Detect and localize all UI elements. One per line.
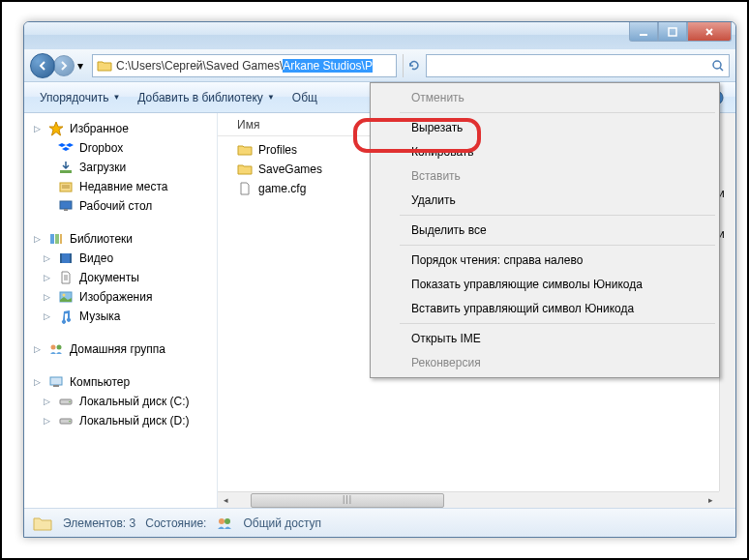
ctx-delete[interactable]: Удалить [400, 189, 717, 212]
organize-button[interactable]: Упорядочить ▼ [32, 87, 128, 108]
svg-rect-16 [70, 253, 72, 263]
sidebar-item-pictures[interactable]: ▷Изображения [24, 287, 217, 307]
music-icon [58, 309, 74, 324]
documents-icon [58, 270, 74, 285]
svg-rect-11 [50, 234, 54, 244]
drive-icon [58, 394, 74, 409]
search-box[interactable] [426, 54, 731, 77]
forward-button[interactable] [53, 55, 75, 76]
svg-rect-9 [60, 201, 72, 209]
svg-point-27 [219, 518, 225, 524]
drive-icon [58, 413, 74, 428]
folder-icon [97, 58, 112, 74]
state-label: Состояние: [145, 516, 206, 530]
star-icon [48, 121, 64, 136]
scroll-right-button[interactable]: ▸ [703, 492, 719, 509]
ctx-insert-unicode[interactable]: Вставить управляющий символ Юникода [400, 297, 717, 320]
sidebar-item-music[interactable]: ▷Музыка [24, 307, 217, 326]
desktop-icon [58, 198, 74, 214]
folder-icon [237, 162, 253, 177]
homegroup-header[interactable]: ▷ Домашняя группа [24, 339, 217, 359]
dropbox-icon [58, 140, 74, 156]
sidebar-item-drive-d[interactable]: ▷Локальный диск (D:) [24, 411, 217, 430]
svg-rect-7 [60, 170, 72, 173]
sidebar-item-desktop[interactable]: Рабочий стол [24, 196, 217, 216]
back-button[interactable] [30, 53, 55, 78]
homegroup-icon [48, 341, 64, 357]
svg-rect-21 [50, 377, 62, 385]
nav-history-dropdown[interactable]: ▾ [75, 56, 86, 75]
computer-header[interactable]: ▷ Компьютер [24, 372, 217, 392]
titlebar [24, 22, 735, 49]
address-row: ▾ C:\Users\Сергей\Saved Games\Arkane Stu… [24, 49, 735, 82]
svg-point-20 [57, 345, 62, 350]
svg-rect-1 [669, 28, 676, 36]
share-button[interactable]: Общ [285, 87, 325, 108]
ctx-select-all[interactable]: Выделить все [400, 219, 717, 242]
svg-rect-13 [60, 234, 62, 244]
statusbar: Элементов: 3 Состояние: Общий доступ [24, 508, 735, 537]
expand-icon: ▷ [32, 124, 43, 134]
ctx-show-unicode[interactable]: Показать управляющие символы Юникода [400, 273, 717, 296]
add-to-library-button[interactable]: Добавить в библиотеку ▼ [130, 87, 282, 108]
svg-point-24 [69, 401, 71, 403]
address-text: C:\Users\Сергей\Saved Games\Arkane Studi… [116, 59, 392, 73]
maximize-button[interactable] [658, 22, 687, 42]
svg-rect-10 [64, 209, 68, 211]
close-button[interactable] [687, 22, 732, 42]
folder-icon [32, 513, 53, 534]
libraries-header[interactable]: ▷ Библиотеки [24, 229, 217, 249]
address-bar[interactable]: C:\Users\Сергей\Saved Games\Arkane Studi… [92, 54, 397, 77]
ctx-reconversion: Реконверсия [400, 351, 717, 374]
file-icon [237, 181, 253, 196]
video-icon [58, 251, 74, 266]
svg-point-19 [51, 345, 56, 350]
sidebar-item-downloads[interactable]: Загрузки [24, 158, 217, 177]
elements-count: Элементов: 3 [63, 516, 135, 530]
scroll-left-button[interactable]: ◂ [218, 492, 234, 509]
downloads-icon [58, 160, 74, 175]
horizontal-scrollbar[interactable]: ◂ ▸ [218, 491, 719, 508]
svg-point-2 [713, 61, 721, 69]
ctx-open-ime[interactable]: Открыть IME [400, 327, 717, 350]
scrollbar-thumb[interactable] [251, 493, 444, 508]
minimize-button[interactable] [629, 22, 658, 42]
ctx-cut[interactable]: Вырезать [400, 116, 717, 139]
svg-point-18 [63, 294, 66, 297]
refresh-button[interactable] [403, 54, 426, 77]
svg-rect-12 [55, 234, 59, 244]
ctx-paste: Вставить [400, 164, 717, 188]
sidebar-item-documents[interactable]: ▷Документы [24, 268, 217, 287]
svg-rect-22 [53, 385, 59, 387]
shared-status: Общий доступ [243, 516, 321, 530]
ctx-undo: Отменить [400, 86, 717, 109]
vertical-scrollbar[interactable] [719, 113, 735, 491]
svg-point-28 [225, 518, 230, 524]
recent-icon [58, 179, 74, 194]
favorites-header[interactable]: ▷ Избранное [24, 119, 217, 138]
svg-point-26 [69, 421, 71, 423]
libraries-icon [48, 231, 64, 247]
ctx-copy[interactable]: Копировать [400, 140, 717, 163]
expand-icon: ▷ [32, 344, 43, 355]
svg-rect-0 [640, 34, 647, 36]
navigation-pane: ▷ Избранное Dropbox Загрузки Недавние ме… [24, 113, 218, 508]
expand-icon: ▷ [32, 377, 43, 388]
sidebar-item-dropbox[interactable]: Dropbox [24, 138, 217, 158]
computer-icon [48, 374, 64, 390]
ctx-reading-order[interactable]: Порядок чтения: справа налево [400, 249, 717, 272]
shared-icon [216, 515, 233, 532]
pictures-icon [58, 289, 74, 305]
context-menu: Отменить Вырезать Копировать Вставить Уд… [370, 82, 720, 378]
sidebar-item-recent[interactable]: Недавние места [24, 177, 217, 196]
search-icon [711, 59, 725, 73]
sidebar-item-videos[interactable]: ▷Видео [24, 249, 217, 268]
expand-icon: ▷ [32, 234, 43, 245]
svg-rect-15 [60, 253, 62, 263]
sidebar-item-drive-c[interactable]: ▷Локальный диск (C:) [24, 392, 217, 411]
folder-icon [237, 142, 253, 158]
